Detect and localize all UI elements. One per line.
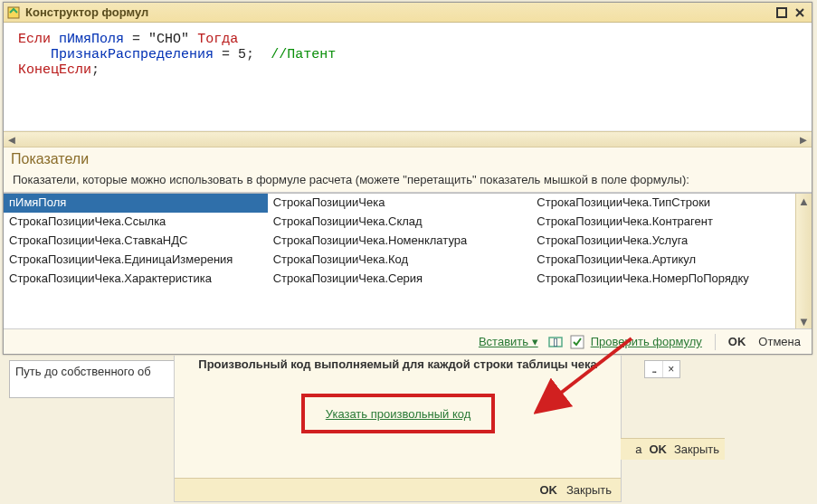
indicators-title: Показатели [4,147,812,171]
ellipsis-button[interactable]: ... [645,361,662,377]
check-formula-link[interactable]: Проверить формулу [591,335,702,348]
custom-code-panel: Произвольный код выполняемый для каждой … [174,356,622,502]
window-title: Конструктор формул [25,5,772,19]
insert-link[interactable]: Вставить ▾ [479,335,538,348]
indicator-item[interactable]: СтрокаПозицииЧека.Артикул [531,251,795,270]
ok-button[interactable]: OK [725,333,750,350]
mid-ok-button[interactable]: OK [539,483,557,497]
svg-rect-2 [777,8,786,17]
ident-field: пИмяПоля [59,32,124,47]
scroll-right-icon[interactable]: ► [795,132,812,147]
small-field-buttons: ... × [644,360,680,378]
indicator-item[interactable]: СтрокаПозицииЧека.Характеристика [4,270,268,289]
indicator-item[interactable]: СтрокаПозицииЧека.НомерПоПорядку [531,270,795,289]
kw-endif: КонецЕсли [18,62,91,78]
indicator-item[interactable]: СтрокаПозицииЧека.Ссылка [4,213,268,232]
semi1: ; [246,47,254,62]
indicator-item[interactable]: СтрокаПозицииЧека.Номенклатура [268,232,532,251]
num-val: 5 [238,47,246,62]
bottom-bar: а OK Закрыть [621,438,725,460]
indicator-item[interactable]: СтрокаПозицииЧека.ЕдиницаИзмерения [4,251,268,270]
app-icon [7,6,20,19]
formula-constructor-dialog: Конструктор формул Если пИмяПоля = "СНО"… [3,2,812,355]
path-field[interactable]: Путь до собственного об [9,360,188,398]
indicators-container: пИмяПоляСтрокаПозицииЧека.СсылкаСтрокаПо… [4,193,812,328]
ident-result: ПризнакРаспределения [51,47,214,62]
indicator-item[interactable]: СтрокаПозицииЧека.ТипСтроки [531,194,795,213]
indicators-grid: пИмяПоляСтрокаПозицииЧека.СсылкаСтрокаПо… [4,194,795,328]
eq1: = [132,32,140,47]
code-editor[interactable]: Если пИмяПоля = "СНО" Тогда ПризнакРаспр… [4,23,812,131]
scroll-up-icon[interactable]: ▲ [797,194,812,208]
check-icon[interactable] [569,334,585,350]
indicator-item[interactable]: СтрокаПозицииЧека.Услуга [531,232,795,251]
scroll-left-icon[interactable]: ◄ [4,132,20,147]
horizontal-scrollbar[interactable]: ◄ ► [4,131,812,147]
vertical-scrollbar[interactable]: ▲ ▼ [795,194,812,328]
custom-code-footer: OK Закрыть [175,478,621,501]
kw-if: Если [18,32,51,47]
str-val: "СНО" [148,32,189,47]
insert-brackets-icon[interactable]: [] [547,334,564,350]
path-field-text: Путь до собственного об [15,365,151,378]
dialog-footer: Вставить ▾ [] Проверить формулу OK Отмен… [4,328,812,354]
svg-text:[]: [] [553,338,557,347]
mid-close-button[interactable]: Закрыть [566,483,612,497]
custom-code-highlight: Указать произвольный код [301,394,495,433]
custom-code-header: Произвольный код выполняемый для каждой … [175,356,621,376]
indicator-item[interactable]: СтрокаПозицииЧека.Код [268,251,532,270]
indicators-desc: Показатели, которые можно использовать в… [4,171,812,193]
separator [715,334,716,350]
indicator-item[interactable]: пИмяПоля [4,194,268,213]
indicator-item[interactable]: СтрокаПозицииЧека.Серия [268,270,532,289]
scroll-down-icon[interactable]: ▼ [797,314,812,328]
maximize-button[interactable] [774,5,790,20]
cancel-button[interactable]: Отмена [755,333,804,350]
close-button[interactable] [792,5,808,20]
indicator-item[interactable]: СтрокаПозицииЧека.Склад [268,213,532,232]
bottom-ok-button[interactable]: OK [649,442,667,456]
indicator-item[interactable]: СтрокаПозицииЧека [268,194,532,213]
semi2: ; [91,62,100,78]
titlebar: Конструктор формул [4,3,812,23]
indicator-item[interactable]: СтрокаПозицииЧека.СтавкаНДС [4,232,268,251]
bottom-a-text: а [635,442,641,456]
clear-button[interactable]: × [662,361,680,377]
kw-then: Тогда [197,32,238,47]
bottom-close-button[interactable]: Закрыть [674,442,719,456]
indicator-item[interactable]: СтрокаПозицииЧека.Контрагент [531,213,795,232]
comment: //Патент [271,47,336,62]
specify-custom-code-link[interactable]: Указать произвольный код [326,407,471,421]
eq2: = [222,47,230,62]
